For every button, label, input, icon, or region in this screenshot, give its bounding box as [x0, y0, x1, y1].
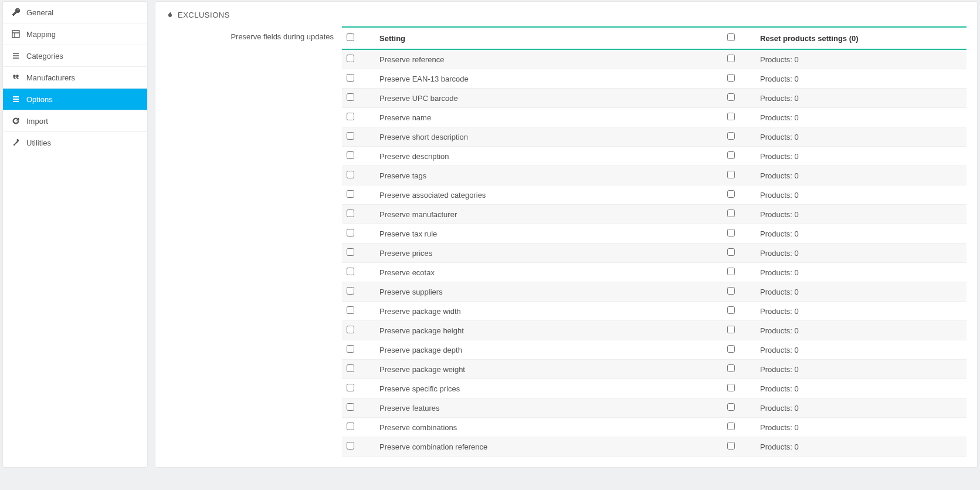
row-reset-checkbox[interactable]: [727, 442, 735, 450]
row-setting-label: Preserve description: [379, 152, 449, 161]
row-setting-checkbox[interactable]: [347, 364, 354, 372]
row-setting-checkbox[interactable]: [347, 132, 354, 140]
row-setting-label: Preserve package weight: [379, 365, 465, 374]
row-setting-label: Preserve short description: [379, 133, 468, 141]
sidebar-item-label: Mapping: [26, 30, 56, 39]
row-setting-label: Preserve combination reference: [379, 442, 487, 451]
row-setting-checkbox[interactable]: [347, 93, 354, 101]
row-setting-checkbox[interactable]: [347, 209, 354, 217]
table-row: Preserve featuresProducts: 0: [342, 398, 967, 418]
row-reset-checkbox[interactable]: [727, 268, 735, 275]
sidebar-item-options[interactable]: Options: [3, 89, 147, 110]
row-reset-label: Products: 0: [760, 152, 799, 161]
row-setting-checkbox[interactable]: [347, 326, 354, 333]
gears-icon: [166, 11, 174, 19]
sidebar-item-mapping[interactable]: Mapping: [3, 23, 147, 45]
row-setting-label: Preserve features: [379, 404, 440, 413]
row-reset-label: Products: 0: [760, 191, 799, 200]
row-setting-checkbox[interactable]: [347, 403, 354, 411]
row-reset-label: Products: 0: [760, 75, 799, 83]
sidebar-item-label: Options: [26, 95, 53, 104]
row-reset-checkbox[interactable]: [727, 403, 735, 411]
row-reset-checkbox[interactable]: [727, 190, 735, 198]
row-reset-checkbox[interactable]: [727, 345, 735, 353]
row-reset-label: Products: 0: [760, 404, 799, 413]
row-reset-checkbox[interactable]: [727, 306, 735, 314]
panel-title: EXCLUSIONS: [178, 11, 230, 19]
row-reset-checkbox[interactable]: [727, 171, 735, 178]
row-reset-checkbox[interactable]: [727, 132, 735, 140]
row-setting-checkbox[interactable]: [347, 287, 354, 295]
row-reset-checkbox[interactable]: [727, 248, 735, 256]
row-reset-label: Products: 0: [760, 249, 799, 258]
row-reset-label: Products: 0: [760, 268, 799, 277]
row-reset-checkbox[interactable]: [727, 229, 735, 236]
table-row: Preserve associated categoriesProducts: …: [342, 185, 967, 205]
row-reset-checkbox[interactable]: [727, 74, 735, 82]
table-row: Preserve referenceProducts: 0: [342, 49, 967, 69]
table-row: Preserve package widthProducts: 0: [342, 302, 967, 321]
row-reset-checkbox[interactable]: [727, 55, 735, 62]
row-reset-checkbox[interactable]: [727, 384, 735, 391]
row-setting-checkbox[interactable]: [347, 442, 354, 450]
sidebar-item-utilities[interactable]: Utilities: [3, 132, 147, 153]
row-reset-label: Products: 0: [760, 229, 799, 238]
field-label-preserve: Preserve fields during updates: [166, 26, 342, 457]
sidebar-item-general[interactable]: General: [3, 2, 147, 23]
row-setting-checkbox[interactable]: [347, 268, 354, 275]
table-row: Preserve short descriptionProducts: 0: [342, 127, 967, 147]
sidebar-item-categories[interactable]: Categories: [3, 45, 147, 67]
row-reset-label: Products: 0: [760, 365, 799, 374]
sidebar-item-manufacturers[interactable]: Manufacturers: [3, 67, 147, 89]
panel-heading: EXCLUSIONS: [155, 11, 977, 26]
row-setting-label: Preserve ecotax: [379, 268, 435, 277]
row-setting-checkbox[interactable]: [347, 151, 354, 159]
table-row: Preserve tagsProducts: 0: [342, 166, 967, 185]
row-reset-checkbox[interactable]: [727, 287, 735, 295]
table-row: Preserve ecotaxProducts: 0: [342, 263, 967, 282]
row-setting-checkbox[interactable]: [347, 190, 354, 198]
row-setting-checkbox[interactable]: [347, 423, 354, 430]
row-reset-checkbox[interactable]: [727, 113, 735, 120]
sidebar-item-import[interactable]: Import: [3, 110, 147, 132]
row-reset-checkbox[interactable]: [727, 151, 735, 159]
wand-icon: [11, 138, 21, 147]
row-setting-label: Preserve name: [379, 113, 431, 122]
table-row: Preserve pricesProducts: 0: [342, 244, 967, 263]
sidebar-item-label: Utilities: [26, 138, 51, 147]
row-setting-checkbox[interactable]: [347, 248, 354, 256]
row-reset-checkbox[interactable]: [727, 364, 735, 372]
row-setting-checkbox[interactable]: [347, 229, 354, 236]
header-setting: Setting: [375, 27, 723, 49]
row-reset-label: Products: 0: [760, 288, 799, 296]
row-setting-checkbox[interactable]: [347, 345, 354, 353]
row-setting-checkbox[interactable]: [347, 74, 354, 82]
row-setting-checkbox[interactable]: [347, 113, 354, 120]
table-row: Preserve specific pricesProducts: 0: [342, 379, 967, 398]
sidebar-item-label: General: [26, 8, 53, 17]
row-setting-label: Preserve associated categories: [379, 191, 486, 200]
row-setting-checkbox[interactable]: [347, 55, 354, 62]
row-setting-checkbox[interactable]: [347, 306, 354, 314]
row-setting-label: Preserve tax rule: [379, 229, 437, 238]
select-all-reset-checkbox[interactable]: [727, 33, 735, 41]
main: EXCLUSIONS Preserve fields during update…: [155, 1, 978, 468]
row-setting-checkbox[interactable]: [347, 171, 354, 178]
layout-icon: [11, 29, 21, 39]
list-icon: [11, 51, 21, 60]
row-reset-checkbox[interactable]: [727, 326, 735, 333]
bars-icon: [11, 94, 21, 104]
row-reset-checkbox[interactable]: [727, 423, 735, 430]
row-reset-label: Products: 0: [760, 133, 799, 141]
row-setting-label: Preserve suppliers: [379, 288, 443, 296]
preserve-table: Setting Reset products settings (0) Pres…: [342, 26, 967, 457]
row-setting-checkbox[interactable]: [347, 384, 354, 391]
row-reset-checkbox[interactable]: [727, 93, 735, 101]
sidebar: GeneralMappingCategoriesManufacturersOpt…: [2, 1, 148, 468]
select-all-setting-checkbox[interactable]: [347, 33, 354, 41]
table-row: Preserve package heightProducts: 0: [342, 321, 967, 340]
row-reset-checkbox[interactable]: [727, 209, 735, 217]
table-row: Preserve tax ruleProducts: 0: [342, 224, 967, 244]
row-reset-label: Products: 0: [760, 346, 799, 354]
table-row: Preserve EAN-13 barcodeProducts: 0: [342, 69, 967, 89]
